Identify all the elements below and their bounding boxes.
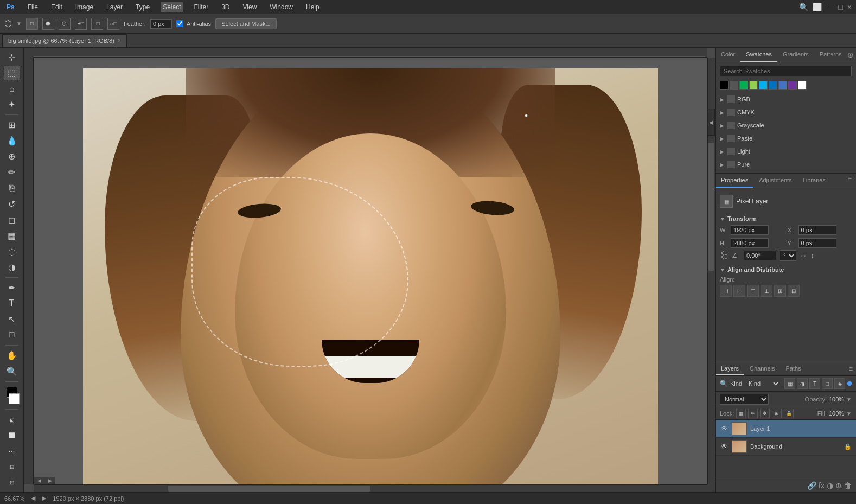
new-fill-layer-icon[interactable]: ◑ <box>827 481 833 490</box>
angle-input[interactable] <box>744 251 776 260</box>
swatch-group-pure-header[interactable]: ▶ Pure <box>716 159 856 170</box>
tab-gradients[interactable]: Gradients <box>777 48 814 62</box>
blend-mode-select[interactable]: Normal <box>720 394 769 405</box>
transform-toggle[interactable]: ▼ <box>720 216 725 222</box>
opacity-value[interactable]: 100% <box>829 396 844 403</box>
pen-tool[interactable]: ✒ <box>4 280 20 295</box>
swatch-dark-gray[interactable] <box>730 81 738 90</box>
align-right-btn[interactable]: ⊤ <box>747 285 759 297</box>
new-layer-icon[interactable]: ⊕ <box>835 481 842 490</box>
menu-layer[interactable]: Layer <box>104 2 125 12</box>
artboard-tool[interactable]: ⊟ <box>4 460 20 474</box>
history-tool[interactable]: ↺ <box>4 197 20 212</box>
background-visibility-toggle[interactable]: 👁 <box>720 442 729 451</box>
layer1-visibility-toggle[interactable]: 👁 <box>720 424 729 433</box>
screen-mode-tool[interactable]: ⬜ <box>4 428 20 443</box>
delete-layer-icon[interactable]: 🗑 <box>844 481 852 490</box>
intersect-select-icon[interactable]: ∩□ <box>107 18 119 30</box>
align-toggle[interactable]: ▼ <box>720 267 725 273</box>
document-tab[interactable]: big smile.jpg @ 66.7% (Layer 1, RGB/8) × <box>2 34 127 47</box>
height-input[interactable] <box>731 238 769 248</box>
filter-kind-select[interactable]: Kind <box>744 379 780 388</box>
link-layers-icon[interactable]: 🔗 <box>807 481 816 490</box>
select-mask-button[interactable]: Select and Mask... <box>215 18 277 29</box>
maximize-btn[interactable]: □ <box>838 3 842 11</box>
nav-next-icon[interactable]: ▶ <box>42 495 46 502</box>
eraser-tool[interactable]: ◻ <box>4 213 20 227</box>
tab-channels[interactable]: Channels <box>744 362 780 375</box>
swatch-teal[interactable] <box>759 81 768 90</box>
tab-color[interactable]: Color <box>716 48 740 62</box>
stamp-tool[interactable]: ⎘ <box>4 181 20 195</box>
swatch-green1[interactable] <box>739 81 748 90</box>
canvas-area[interactable]: ◀ ▶ <box>24 48 715 492</box>
align-center-h-btn[interactable]: ⊢ <box>733 285 745 297</box>
add-select-icon[interactable]: +□ <box>75 18 87 30</box>
workspace-icon[interactable]: ⬜ <box>813 3 822 11</box>
tab-paths[interactable]: Paths <box>781 362 807 375</box>
align-left-btn[interactable]: ⊣ <box>720 285 732 297</box>
constrain-icon[interactable]: ⛓ <box>720 251 729 260</box>
tool-options-chevron[interactable]: ▼ <box>16 21 22 27</box>
menu-window[interactable]: Window <box>267 2 295 12</box>
heal-tool[interactable]: ⊕ <box>4 149 20 164</box>
crop-tool[interactable]: ⊞ <box>4 118 20 132</box>
tab-adjustments[interactable]: Adjustments <box>753 174 797 188</box>
tab-close-button[interactable]: × <box>118 37 121 43</box>
layer-item-background[interactable]: 👁 Background 🔒 <box>716 438 856 456</box>
zoom-tool[interactable]: 🔍 <box>4 364 20 379</box>
filter-adjustment-icon[interactable]: ◑ <box>797 378 808 389</box>
filter-smart-icon[interactable]: ◈ <box>834 378 845 389</box>
freeform-select-icon[interactable]: ⬟ <box>42 18 54 30</box>
menu-image[interactable]: Image <box>73 2 95 12</box>
lock-all-btn[interactable]: 🔒 <box>784 409 794 418</box>
lock-artboard-btn[interactable]: ⊞ <box>772 409 782 418</box>
canvas-content[interactable] <box>83 68 658 484</box>
menu-ps[interactable]: Ps <box>4 2 17 12</box>
filter-shape-icon[interactable]: □ <box>822 378 833 389</box>
angle-select[interactable]: ° <box>780 250 796 261</box>
eyedropper-tool[interactable]: 💧 <box>4 133 20 148</box>
fill-dropdown-icon[interactable]: ▼ <box>846 411 852 417</box>
dodge-tool[interactable]: ◑ <box>4 260 20 275</box>
swatch-group-rgb-header[interactable]: ▶ RGB <box>716 94 856 105</box>
close-btn[interactable]: × <box>847 3 852 11</box>
lock-draw-btn[interactable]: ✏ <box>748 409 758 418</box>
swatch-group-pastel-header[interactable]: ▶ Pastel <box>716 133 856 144</box>
swatch-blue1[interactable] <box>769 81 777 90</box>
tab-layers[interactable]: Layers <box>716 362 744 375</box>
panel-menu-icon[interactable]: ≡ <box>848 175 852 187</box>
width-input[interactable] <box>731 225 769 235</box>
rect-select-icon[interactable]: □ <box>26 18 38 30</box>
menu-3d[interactable]: 3D <box>219 2 232 12</box>
swatch-group-light-header[interactable]: ▶ Light <box>716 146 856 157</box>
panel-menu-btn[interactable]: ≡ <box>849 365 853 373</box>
swatch-purple[interactable] <box>788 81 797 90</box>
background-color[interactable] <box>9 393 20 404</box>
lock-position-btn[interactable]: ✥ <box>760 409 770 418</box>
antialias-checkbox[interactable] <box>176 20 183 27</box>
menu-help[interactable]: Help <box>304 2 322 12</box>
tab-swatches[interactable]: Swatches <box>740 48 777 62</box>
blur-tool[interactable]: ◌ <box>4 244 20 259</box>
quick-mask-tool[interactable]: ⬕ <box>4 412 20 427</box>
lock-pixels-btn[interactable]: ▦ <box>736 409 746 418</box>
minimize-btn[interactable]: — <box>826 3 834 11</box>
align-center-v-btn[interactable]: ⊞ <box>774 285 786 297</box>
extra-tools[interactable]: ··· <box>4 444 20 458</box>
gradient-tool[interactable]: ▦ <box>4 228 20 243</box>
y-input[interactable] <box>798 238 836 248</box>
swatch-green2[interactable] <box>749 81 758 90</box>
text-tool[interactable]: T <box>4 296 20 311</box>
canvas-nav-next[interactable]: ▶ <box>44 477 55 484</box>
align-bottom-btn[interactable]: ⊟ <box>788 285 800 297</box>
filter-text-icon[interactable]: T <box>809 378 820 389</box>
tab-properties[interactable]: Properties <box>716 174 753 188</box>
swatch-group-cmyk-header[interactable]: ▶ CMYK <box>716 107 856 118</box>
lasso-tool[interactable]: ⌂ <box>4 81 20 96</box>
menu-view[interactable]: View <box>241 2 259 12</box>
flip-h-icon[interactable]: ↔ <box>800 251 807 260</box>
move-tool[interactable]: ⊹ <box>4 50 20 65</box>
feather-input[interactable] <box>150 19 172 29</box>
select-tool[interactable]: ⬚ <box>4 66 20 80</box>
